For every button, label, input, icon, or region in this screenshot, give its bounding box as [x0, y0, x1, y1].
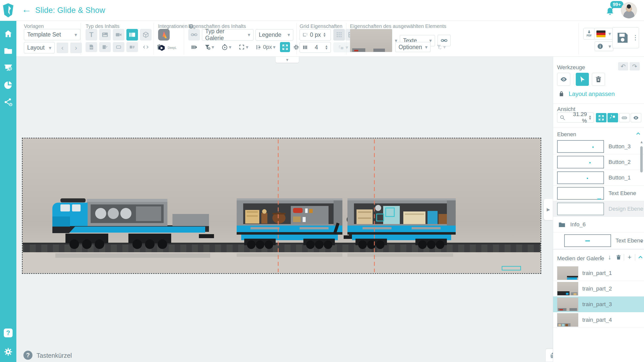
media-row[interactable]: train_part_1 [553, 265, 644, 281]
grid-padding-field[interactable]: 0 px ▲▼ [300, 29, 331, 41]
sidebar-folder-icon[interactable] [4, 46, 13, 55]
content-type-text-button[interactable]: T [86, 29, 97, 41]
layer-row[interactable]: Button_3 [553, 139, 644, 154]
media-row-selected[interactable]: train_part_3 [553, 297, 644, 312]
layer-row[interactable]: Text Ebene [553, 232, 644, 249]
cursor-icon [579, 76, 586, 83]
thumb-fragment [567, 276, 578, 277]
element-filter-button[interactable]: ▾ [433, 42, 449, 52]
content-type-code-button[interactable] [140, 42, 152, 52]
layer-row[interactable]: Button_2 [553, 154, 644, 170]
content-type-media-list-button[interactable] [126, 42, 138, 52]
media-row[interactable]: train_part_2 [553, 281, 644, 297]
media-row[interactable]: train_part_4 [553, 312, 644, 328]
stepper-control[interactable]: ▲▼ [325, 45, 328, 50]
adobe-express-integration-button[interactable] [158, 29, 170, 41]
animation-icon [338, 44, 344, 51]
user-avatar[interactable] [621, 2, 637, 18]
autoplay-timer-button[interactable]: ▾ [219, 42, 234, 52]
content-type-form-button[interactable] [99, 42, 111, 52]
language-select[interactable]: ▾ [594, 28, 613, 40]
zoom-stepper[interactable]: ▲▼ [588, 115, 592, 120]
template-set-select[interactable]: Template Set▾ [24, 29, 80, 40]
selected-element-preview[interactable] [350, 29, 392, 52]
layout-select[interactable]: Layout▾ [24, 42, 55, 53]
preview-visibility-button[interactable] [631, 113, 641, 122]
stepper-control[interactable]: ▲▼ [323, 32, 326, 38]
tool-select-cursor-button[interactable] [576, 73, 589, 86]
frame-icon [116, 44, 122, 50]
sidebar-home-icon[interactable] [4, 29, 13, 38]
redo-button[interactable]: ↷ [630, 62, 640, 70]
section-selected-element: Eigenschaften des ausgewählten Elements … [350, 21, 471, 57]
layers-scroll-up[interactable]: ▲ [640, 140, 643, 144]
grid-gap-toggle-button[interactable] [333, 29, 345, 41]
layer-name: Button_2 [609, 159, 631, 165]
undo-button[interactable]: ↶ [618, 62, 628, 70]
layer-thumbnail [557, 140, 604, 153]
layer-row-disabled[interactable]: Design Ebene [553, 201, 644, 217]
editor-canvas[interactable]: ▼ ▶ [16, 57, 553, 362]
content-type-frame-button[interactable] [113, 42, 124, 52]
save-more-menu[interactable]: ⋮ [632, 35, 639, 41]
save-button[interactable]: ⋮ [612, 27, 639, 48]
layers-scrollbar-thumb[interactable] [640, 146, 643, 172]
fullscreen-mode-button[interactable]: ▾ [236, 42, 251, 52]
legend-select[interactable]: Legende▾ [256, 29, 293, 41]
columns-play-button[interactable] [188, 42, 200, 52]
layer-row[interactable]: Button_1 [553, 170, 644, 186]
filter-settings-button[interactable]: ▾ [201, 42, 217, 52]
fit-to-screen-button[interactable] [596, 113, 606, 122]
layout-prev-button[interactable]: ‹ [57, 43, 68, 53]
toolbar-collapse-tab[interactable]: ▼ [276, 57, 299, 63]
rotate-layer-button[interactable] [607, 113, 618, 122]
more-options-pill-button[interactable] [619, 113, 630, 122]
pdf-download-button[interactable] [583, 28, 595, 40]
zoom-field[interactable]: 31.29 % ▲▼ [557, 113, 594, 123]
selected-slide-element[interactable] [22, 138, 541, 274]
element-optionen-select[interactable]: Optionen▾ [395, 42, 431, 52]
media-move-down-button[interactable]: ↓ [606, 254, 613, 261]
sidebar-share-history-icon[interactable] [4, 97, 13, 107]
content-type-gallery-button[interactable] [126, 29, 138, 41]
ebenen-collapse-chevron[interactable] [635, 131, 641, 137]
filter-gear-icon [204, 44, 211, 50]
info-dropdown[interactable]: ▾ [595, 42, 613, 51]
back-button[interactable]: ← [22, 5, 31, 14]
panel-expand-tab[interactable]: ▶ [544, 199, 553, 220]
sidebar-help-icon[interactable]: ? [4, 329, 13, 337]
shortcuts-help-icon[interactable]: ? [23, 351, 32, 360]
media-move-up-button[interactable]: ↑ [597, 254, 604, 261]
medien-collapse-chevron[interactable] [637, 254, 644, 261]
section-label-grid: Grid Eigenschaften [300, 23, 342, 29]
grid-columns-field[interactable]: 4 ▲▼ [300, 42, 331, 53]
gallery-type-select[interactable]: Typ der Galerie▾ [202, 29, 254, 41]
sidebar-presentation-history-icon[interactable] [4, 63, 13, 73]
content-type-video-button[interactable] [113, 29, 124, 41]
triangle-down-icon: ▼ [640, 239, 643, 244]
layer-name: Text Ebene [609, 190, 636, 197]
layer-folder-row[interactable]: Info_6 [553, 217, 644, 232]
layers-scroll-down[interactable]: ▼ [640, 239, 643, 244]
collapse-gallery-button[interactable] [292, 42, 301, 52]
content-type-image-button[interactable] [99, 29, 111, 41]
media-add-button[interactable]: + [626, 254, 633, 261]
content-type-3d-button[interactable] [140, 29, 152, 41]
expand-gallery-button[interactable] [280, 42, 290, 52]
spacing-button[interactable]: 0px▾ [253, 42, 278, 52]
layout-anpassen-link[interactable]: Layout anpassen [569, 90, 615, 97]
layer-row[interactable]: Text Ebene [553, 186, 644, 201]
tool-delete-button[interactable] [592, 73, 605, 86]
deepl-integration-button[interactable] [158, 44, 166, 52]
content-type-pdf-button[interactable] [86, 42, 97, 52]
panel-divider [553, 103, 644, 104]
media-delete-button[interactable] [615, 254, 622, 261]
section-grid: Grid Eigenschaften 0 px ▲▼ 4 ▲▼ ▾ [300, 21, 345, 57]
sidebar-settings-gear-icon[interactable] [4, 347, 13, 356]
video-camera-icon [115, 31, 122, 38]
toolbar-divider [81, 23, 81, 55]
layout-next-button[interactable]: › [70, 43, 82, 53]
content-link-button[interactable] [188, 29, 200, 41]
sidebar-pie-chart-icon[interactable] [4, 80, 13, 90]
tool-preview-eye-button[interactable] [557, 73, 570, 86]
